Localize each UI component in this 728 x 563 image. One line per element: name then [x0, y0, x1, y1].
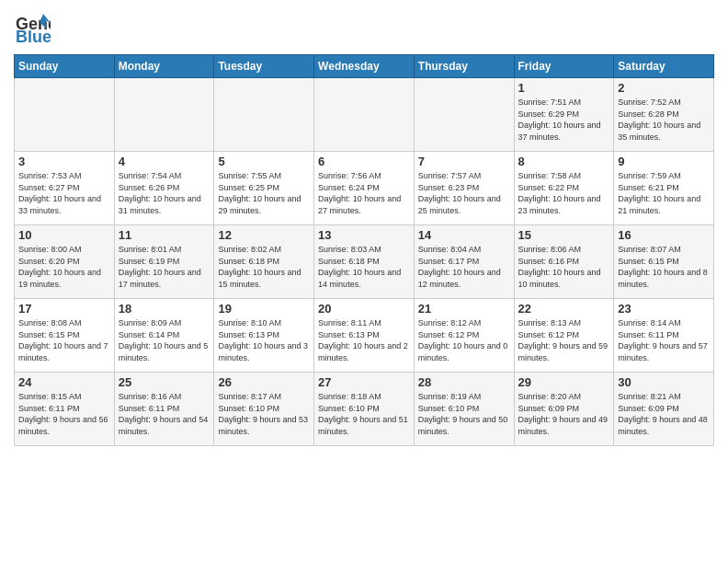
day-info: Sunrise: 8:14 AMSunset: 6:11 PMDaylight:…	[618, 317, 710, 363]
calendar-week-4: 17Sunrise: 8:08 AMSunset: 6:15 PMDayligh…	[15, 299, 714, 373]
day-number: 30	[618, 375, 710, 389]
day-info: Sunrise: 7:53 AMSunset: 6:27 PMDaylight:…	[18, 170, 110, 216]
day-info: Sunrise: 8:18 AMSunset: 6:10 PMDaylight:…	[318, 391, 410, 437]
day-number: 16	[618, 228, 710, 242]
day-info: Sunrise: 7:52 AMSunset: 6:28 PMDaylight:…	[618, 97, 710, 143]
day-number: 7	[418, 155, 510, 168]
day-info: Sunrise: 8:02 AMSunset: 6:18 PMDaylight:…	[218, 244, 310, 290]
day-number: 27	[318, 375, 410, 389]
day-number: 22	[518, 302, 610, 316]
day-number: 6	[318, 155, 410, 168]
day-number: 19	[218, 302, 310, 316]
day-number: 20	[318, 302, 410, 316]
day-number: 21	[418, 302, 510, 316]
calendar-cell: 22Sunrise: 8:13 AMSunset: 6:12 PMDayligh…	[514, 299, 614, 373]
day-info: Sunrise: 8:07 AMSunset: 6:15 PMDaylight:…	[618, 244, 710, 290]
calendar-week-1: 1Sunrise: 7:51 AMSunset: 6:29 PMDaylight…	[15, 78, 714, 152]
day-number: 17	[18, 302, 110, 316]
calendar-cell: 18Sunrise: 8:09 AMSunset: 6:14 PMDayligh…	[114, 299, 214, 373]
day-info: Sunrise: 8:04 AMSunset: 6:17 PMDaylight:…	[418, 244, 510, 290]
day-info: Sunrise: 8:21 AMSunset: 6:09 PMDaylight:…	[618, 391, 710, 437]
calendar-cell: 20Sunrise: 8:11 AMSunset: 6:13 PMDayligh…	[314, 299, 415, 373]
weekday-header-sunday: Sunday	[15, 55, 115, 78]
calendar-cell: 9Sunrise: 7:59 AMSunset: 6:21 PMDaylight…	[614, 152, 714, 225]
day-info: Sunrise: 7:57 AMSunset: 6:23 PMDaylight:…	[418, 170, 510, 216]
header: General Blue	[14, 9, 714, 50]
calendar-cell: 25Sunrise: 8:16 AMSunset: 6:11 PMDayligh…	[114, 373, 214, 446]
day-number: 24	[18, 375, 110, 389]
day-info: Sunrise: 7:59 AMSunset: 6:21 PMDaylight:…	[618, 170, 710, 216]
calendar-cell: 26Sunrise: 8:17 AMSunset: 6:10 PMDayligh…	[214, 373, 314, 446]
day-info: Sunrise: 8:17 AMSunset: 6:10 PMDaylight:…	[218, 391, 310, 437]
day-info: Sunrise: 8:10 AMSunset: 6:13 PMDaylight:…	[218, 317, 310, 363]
weekday-header-thursday: Thursday	[414, 55, 514, 78]
day-info: Sunrise: 8:20 AMSunset: 6:09 PMDaylight:…	[518, 391, 610, 437]
weekday-header-monday: Monday	[114, 55, 214, 78]
day-number: 13	[318, 228, 410, 242]
calendar-cell: 7Sunrise: 7:57 AMSunset: 6:23 PMDaylight…	[414, 152, 514, 225]
day-number: 12	[218, 228, 310, 242]
day-number: 18	[119, 302, 210, 316]
day-number: 14	[418, 228, 510, 242]
day-number: 23	[618, 302, 710, 316]
calendar-cell: 27Sunrise: 8:18 AMSunset: 6:10 PMDayligh…	[314, 373, 415, 446]
day-info: Sunrise: 8:15 AMSunset: 6:11 PMDaylight:…	[18, 391, 110, 437]
calendar-cell: 3Sunrise: 7:53 AMSunset: 6:27 PMDaylight…	[15, 152, 115, 225]
calendar-cell: 15Sunrise: 8:06 AMSunset: 6:16 PMDayligh…	[514, 225, 614, 299]
day-info: Sunrise: 7:55 AMSunset: 6:25 PMDaylight:…	[218, 170, 310, 216]
logo-icon: General Blue	[14, 9, 51, 50]
day-number: 11	[119, 228, 210, 242]
day-info: Sunrise: 8:00 AMSunset: 6:20 PMDaylight:…	[18, 244, 110, 290]
calendar-cell: 17Sunrise: 8:08 AMSunset: 6:15 PMDayligh…	[15, 299, 115, 373]
weekday-header-wednesday: Wednesday	[314, 55, 415, 78]
calendar-cell: 30Sunrise: 8:21 AMSunset: 6:09 PMDayligh…	[614, 373, 714, 446]
day-number: 10	[18, 228, 110, 242]
day-number: 8	[518, 155, 610, 168]
calendar-cell	[414, 78, 514, 152]
day-info: Sunrise: 7:58 AMSunset: 6:22 PMDaylight:…	[518, 170, 610, 216]
day-number: 3	[18, 155, 110, 168]
weekday-header-saturday: Saturday	[614, 55, 714, 78]
calendar-cell: 28Sunrise: 8:19 AMSunset: 6:10 PMDayligh…	[414, 373, 514, 446]
day-number: 29	[518, 375, 610, 389]
svg-text:Blue: Blue	[16, 28, 51, 46]
calendar-cell: 23Sunrise: 8:14 AMSunset: 6:11 PMDayligh…	[614, 299, 714, 373]
calendar-cell: 19Sunrise: 8:10 AMSunset: 6:13 PMDayligh…	[214, 299, 314, 373]
calendar-cell	[15, 78, 115, 152]
calendar-cell: 14Sunrise: 8:04 AMSunset: 6:17 PMDayligh…	[414, 225, 514, 299]
calendar-cell: 13Sunrise: 8:03 AMSunset: 6:18 PMDayligh…	[314, 225, 415, 299]
calendar-cell: 10Sunrise: 8:00 AMSunset: 6:20 PMDayligh…	[15, 225, 115, 299]
calendar-table: SundayMondayTuesdayWednesdayThursdayFrid…	[14, 54, 714, 446]
calendar-cell: 11Sunrise: 8:01 AMSunset: 6:19 PMDayligh…	[114, 225, 214, 299]
day-info: Sunrise: 8:12 AMSunset: 6:12 PMDaylight:…	[418, 317, 510, 363]
calendar-cell	[214, 78, 314, 152]
calendar-cell: 24Sunrise: 8:15 AMSunset: 6:11 PMDayligh…	[15, 373, 115, 446]
calendar-week-3: 10Sunrise: 8:00 AMSunset: 6:20 PMDayligh…	[15, 225, 714, 299]
day-number: 4	[119, 155, 210, 168]
day-number: 26	[218, 375, 310, 389]
calendar-cell: 6Sunrise: 7:56 AMSunset: 6:24 PMDaylight…	[314, 152, 415, 225]
day-number: 9	[618, 155, 710, 168]
day-number: 28	[418, 375, 510, 389]
calendar-cell: 1Sunrise: 7:51 AMSunset: 6:29 PMDaylight…	[514, 78, 614, 152]
day-number: 25	[119, 375, 210, 389]
day-info: Sunrise: 7:54 AMSunset: 6:26 PMDaylight:…	[119, 170, 210, 216]
calendar-cell	[314, 78, 415, 152]
calendar-cell: 16Sunrise: 8:07 AMSunset: 6:15 PMDayligh…	[614, 225, 714, 299]
day-info: Sunrise: 8:01 AMSunset: 6:19 PMDaylight:…	[119, 244, 210, 290]
calendar-cell: 2Sunrise: 7:52 AMSunset: 6:28 PMDaylight…	[614, 78, 714, 152]
weekday-header-tuesday: Tuesday	[214, 55, 314, 78]
day-info: Sunrise: 8:08 AMSunset: 6:15 PMDaylight:…	[18, 317, 110, 363]
logo: General Blue	[14, 9, 51, 50]
day-number: 1	[518, 81, 610, 95]
day-info: Sunrise: 8:19 AMSunset: 6:10 PMDaylight:…	[418, 391, 510, 437]
calendar-cell: 29Sunrise: 8:20 AMSunset: 6:09 PMDayligh…	[514, 373, 614, 446]
calendar-cell: 5Sunrise: 7:55 AMSunset: 6:25 PMDaylight…	[214, 152, 314, 225]
calendar-cell: 12Sunrise: 8:02 AMSunset: 6:18 PMDayligh…	[214, 225, 314, 299]
page-container: General Blue SundayMondayTuesdayWednesda…	[0, 0, 728, 451]
calendar-cell: 21Sunrise: 8:12 AMSunset: 6:12 PMDayligh…	[414, 299, 514, 373]
day-info: Sunrise: 8:06 AMSunset: 6:16 PMDaylight:…	[518, 244, 610, 290]
day-info: Sunrise: 8:16 AMSunset: 6:11 PMDaylight:…	[119, 391, 210, 437]
day-info: Sunrise: 8:13 AMSunset: 6:12 PMDaylight:…	[518, 317, 610, 363]
weekday-header-friday: Friday	[514, 55, 614, 78]
